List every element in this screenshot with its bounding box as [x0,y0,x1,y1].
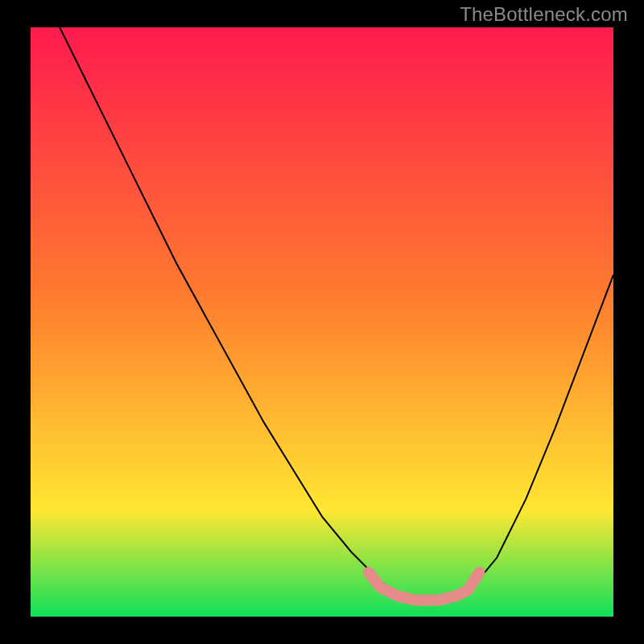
bottleneck-chart [31,27,613,617]
gradient-backdrop [31,27,613,617]
watermark-text: TheBottleneck.com [460,3,628,26]
chart-frame [31,27,613,617]
